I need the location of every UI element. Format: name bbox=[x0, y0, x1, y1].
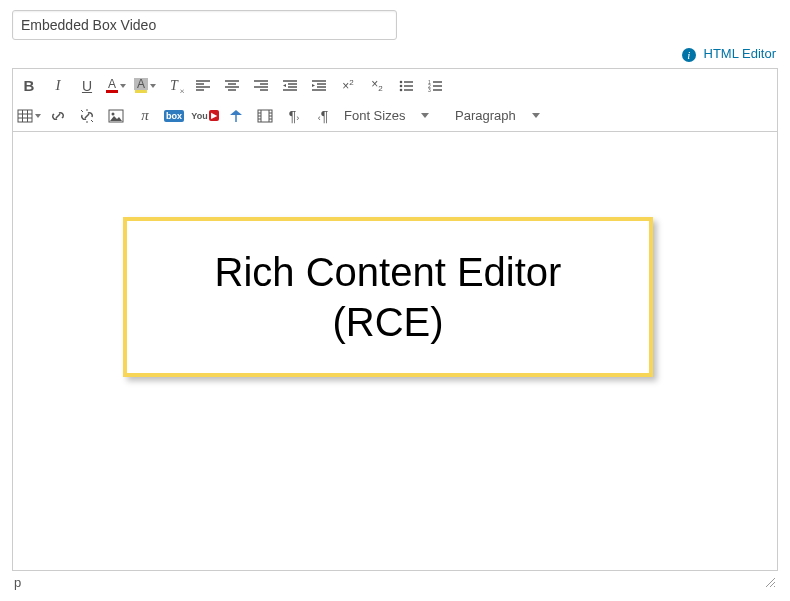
bullet-list-button[interactable] bbox=[392, 73, 420, 99]
svg-point-2 bbox=[400, 88, 403, 91]
element-path[interactable]: p bbox=[14, 575, 21, 590]
html-editor-link[interactable]: HTML Editor bbox=[704, 46, 776, 61]
page-title-input[interactable] bbox=[12, 10, 397, 40]
svg-point-1 bbox=[400, 84, 403, 87]
underline-button[interactable]: U bbox=[73, 73, 101, 99]
italic-button[interactable]: I bbox=[44, 73, 72, 99]
subscript-button[interactable]: ×2 bbox=[363, 73, 391, 99]
annotation-callout: Rich Content Editor (RCE) bbox=[123, 217, 653, 377]
lti-tool-button[interactable] bbox=[222, 103, 250, 129]
align-center-button[interactable] bbox=[218, 73, 246, 99]
svg-rect-6 bbox=[18, 110, 32, 122]
paragraph-dropdown[interactable]: Paragraph bbox=[449, 103, 559, 129]
indent-button[interactable] bbox=[305, 73, 333, 99]
align-left-button[interactable] bbox=[189, 73, 217, 99]
caret-down-icon bbox=[532, 113, 540, 118]
align-right-button[interactable] bbox=[247, 73, 275, 99]
svg-point-8 bbox=[112, 112, 115, 115]
rce-toolbar: B I U A A T× ×2 ×2 bbox=[12, 68, 778, 131]
rce-content-area[interactable]: Rich Content Editor (RCE) bbox=[12, 131, 778, 571]
image-button[interactable] bbox=[102, 103, 130, 129]
text-color-button[interactable]: A bbox=[102, 73, 130, 99]
outdent-button[interactable] bbox=[276, 73, 304, 99]
numbered-list-button[interactable]: 123 bbox=[421, 73, 449, 99]
resize-handle[interactable] bbox=[764, 576, 776, 588]
font-size-dropdown[interactable]: Font Sizes bbox=[338, 103, 448, 129]
paragraph-label: Paragraph bbox=[455, 108, 516, 123]
media-button[interactable] bbox=[251, 103, 279, 129]
clear-formatting-button[interactable]: T× bbox=[160, 73, 188, 99]
link-button[interactable] bbox=[44, 103, 72, 129]
youtube-button[interactable]: You▶ bbox=[189, 103, 221, 129]
bold-button[interactable]: B bbox=[15, 73, 43, 99]
superscript-button[interactable]: ×2 bbox=[334, 73, 362, 99]
info-icon: i bbox=[682, 48, 696, 62]
font-size-label: Font Sizes bbox=[344, 108, 405, 123]
bg-color-button[interactable]: A bbox=[131, 73, 159, 99]
equation-button[interactable]: π bbox=[131, 103, 159, 129]
annotation-text: Rich Content Editor (RCE) bbox=[215, 247, 562, 347]
ltr-button[interactable]: ¶› bbox=[280, 103, 308, 129]
svg-point-0 bbox=[400, 80, 403, 83]
rtl-button[interactable]: ‹¶ bbox=[309, 103, 337, 129]
caret-down-icon bbox=[421, 113, 429, 118]
unlink-button[interactable] bbox=[73, 103, 101, 129]
svg-text:3: 3 bbox=[428, 87, 431, 93]
box-button[interactable]: box bbox=[160, 103, 188, 129]
table-button[interactable] bbox=[15, 103, 43, 129]
